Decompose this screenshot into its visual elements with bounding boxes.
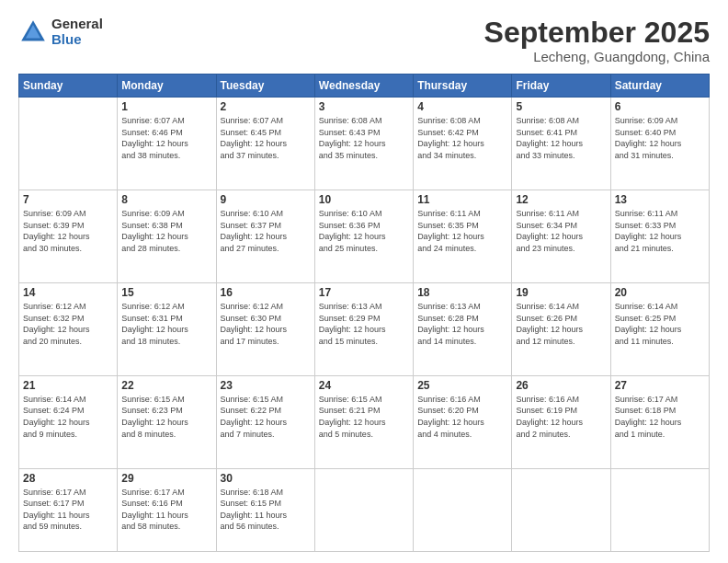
calendar-cell: 18Sunrise: 6:13 AM Sunset: 6:28 PM Dayli… (414, 282, 512, 375)
title-block: September 2025 Lecheng, Guangdong, China (484, 17, 710, 64)
day-number: 20 (615, 286, 705, 299)
calendar-cell: 16Sunrise: 6:12 AM Sunset: 6:30 PM Dayli… (216, 282, 314, 375)
day-number: 6 (615, 100, 705, 113)
logo-text: General Blue (51, 17, 103, 47)
calendar-cell: 20Sunrise: 6:14 AM Sunset: 6:25 PM Dayli… (610, 282, 709, 375)
calendar-cell (610, 468, 709, 551)
day-info: Sunrise: 6:17 AM Sunset: 6:17 PM Dayligh… (23, 487, 113, 533)
day-number: 30 (221, 472, 311, 485)
calendar-cell: 29Sunrise: 6:17 AM Sunset: 6:16 PM Dayli… (118, 468, 216, 551)
day-number: 24 (319, 379, 409, 392)
day-info: Sunrise: 6:08 AM Sunset: 6:43 PM Dayligh… (319, 115, 409, 161)
day-info: Sunrise: 6:08 AM Sunset: 6:42 PM Dayligh… (417, 115, 507, 161)
day-info: Sunrise: 6:12 AM Sunset: 6:32 PM Dayligh… (23, 301, 113, 347)
calendar-cell: 25Sunrise: 6:16 AM Sunset: 6:20 PM Dayli… (414, 375, 512, 468)
col-wednesday: Wednesday (314, 75, 413, 98)
day-info: Sunrise: 6:12 AM Sunset: 6:31 PM Dayligh… (121, 301, 211, 347)
day-number: 11 (417, 193, 507, 206)
calendar-cell: 24Sunrise: 6:15 AM Sunset: 6:21 PM Dayli… (314, 375, 413, 468)
logo-general: General (51, 17, 103, 32)
calendar-cell: 4Sunrise: 6:08 AM Sunset: 6:42 PM Daylig… (414, 98, 512, 190)
day-info: Sunrise: 6:09 AM Sunset: 6:40 PM Dayligh… (615, 115, 705, 161)
day-number: 15 (121, 286, 211, 299)
col-monday: Monday (118, 75, 216, 98)
logo: General Blue (18, 17, 103, 47)
calendar-cell: 9Sunrise: 6:10 AM Sunset: 6:37 PM Daylig… (216, 190, 314, 283)
logo-blue: Blue (51, 32, 103, 48)
col-friday: Friday (512, 75, 610, 98)
calendar-cell: 17Sunrise: 6:13 AM Sunset: 6:29 PM Dayli… (314, 282, 413, 375)
day-number: 18 (417, 286, 507, 299)
col-saturday: Saturday (610, 75, 709, 98)
day-info: Sunrise: 6:15 AM Sunset: 6:21 PM Dayligh… (319, 394, 409, 440)
calendar-cell: 22Sunrise: 6:15 AM Sunset: 6:23 PM Dayli… (118, 375, 216, 468)
day-number: 2 (221, 100, 311, 113)
day-number: 28 (23, 472, 113, 485)
day-info: Sunrise: 6:10 AM Sunset: 6:36 PM Dayligh… (319, 208, 409, 254)
calendar-cell (512, 468, 610, 551)
day-info: Sunrise: 6:16 AM Sunset: 6:19 PM Dayligh… (516, 394, 606, 440)
calendar-cell (19, 98, 118, 190)
calendar-week-4: 21Sunrise: 6:14 AM Sunset: 6:24 PM Dayli… (19, 375, 710, 468)
calendar-cell: 15Sunrise: 6:12 AM Sunset: 6:31 PM Dayli… (118, 282, 216, 375)
day-number: 13 (615, 193, 705, 206)
calendar-cell: 5Sunrise: 6:08 AM Sunset: 6:41 PM Daylig… (512, 98, 610, 190)
day-number: 9 (221, 193, 311, 206)
day-info: Sunrise: 6:07 AM Sunset: 6:46 PM Dayligh… (121, 115, 211, 161)
day-number: 19 (516, 286, 606, 299)
day-number: 1 (121, 100, 211, 113)
calendar-cell: 23Sunrise: 6:15 AM Sunset: 6:22 PM Dayli… (216, 375, 314, 468)
calendar-cell (414, 468, 512, 551)
col-sunday: Sunday (19, 75, 118, 98)
day-number: 8 (121, 193, 211, 206)
page: General Blue September 2025 Lecheng, Gua… (0, 0, 728, 563)
col-tuesday: Tuesday (216, 75, 314, 98)
day-info: Sunrise: 6:13 AM Sunset: 6:28 PM Dayligh… (417, 301, 507, 347)
day-number: 14 (23, 286, 113, 299)
day-info: Sunrise: 6:14 AM Sunset: 6:26 PM Dayligh… (516, 301, 606, 347)
day-number: 4 (417, 100, 507, 113)
day-number: 27 (615, 379, 705, 392)
logo-icon (18, 17, 48, 47)
calendar-cell: 27Sunrise: 6:17 AM Sunset: 6:18 PM Dayli… (610, 375, 709, 468)
day-info: Sunrise: 6:08 AM Sunset: 6:41 PM Dayligh… (516, 115, 606, 161)
day-info: Sunrise: 6:17 AM Sunset: 6:18 PM Dayligh… (615, 394, 705, 440)
day-info: Sunrise: 6:11 AM Sunset: 6:33 PM Dayligh… (615, 208, 705, 254)
calendar-cell: 11Sunrise: 6:11 AM Sunset: 6:35 PM Dayli… (414, 190, 512, 283)
day-info: Sunrise: 6:18 AM Sunset: 6:15 PM Dayligh… (221, 487, 311, 533)
header: General Blue September 2025 Lecheng, Gua… (18, 17, 710, 64)
calendar-cell: 28Sunrise: 6:17 AM Sunset: 6:17 PM Dayli… (19, 468, 118, 551)
day-number: 5 (516, 100, 606, 113)
day-info: Sunrise: 6:14 AM Sunset: 6:25 PM Dayligh… (615, 301, 705, 347)
day-number: 12 (516, 193, 606, 206)
calendar-title: September 2025 (484, 17, 710, 49)
col-thursday: Thursday (414, 75, 512, 98)
calendar-cell: 30Sunrise: 6:18 AM Sunset: 6:15 PM Dayli… (216, 468, 314, 551)
day-info: Sunrise: 6:13 AM Sunset: 6:29 PM Dayligh… (319, 301, 409, 347)
day-info: Sunrise: 6:12 AM Sunset: 6:30 PM Dayligh… (221, 301, 311, 347)
calendar-subtitle: Lecheng, Guangdong, China (484, 49, 710, 64)
calendar-week-1: 1Sunrise: 6:07 AM Sunset: 6:46 PM Daylig… (19, 98, 710, 190)
calendar-table: Sunday Monday Tuesday Wednesday Thursday… (18, 74, 710, 552)
calendar-week-5: 28Sunrise: 6:17 AM Sunset: 6:17 PM Dayli… (19, 468, 710, 551)
day-number: 16 (221, 286, 311, 299)
calendar-cell: 8Sunrise: 6:09 AM Sunset: 6:38 PM Daylig… (118, 190, 216, 283)
day-number: 22 (121, 379, 211, 392)
day-info: Sunrise: 6:14 AM Sunset: 6:24 PM Dayligh… (23, 394, 113, 440)
day-number: 25 (417, 379, 507, 392)
calendar-cell: 7Sunrise: 6:09 AM Sunset: 6:39 PM Daylig… (19, 190, 118, 283)
calendar-cell: 1Sunrise: 6:07 AM Sunset: 6:46 PM Daylig… (118, 98, 216, 190)
day-number: 29 (121, 472, 211, 485)
day-info: Sunrise: 6:15 AM Sunset: 6:22 PM Dayligh… (221, 394, 311, 440)
day-info: Sunrise: 6:15 AM Sunset: 6:23 PM Dayligh… (121, 394, 211, 440)
calendar-cell (314, 468, 413, 551)
calendar-cell: 3Sunrise: 6:08 AM Sunset: 6:43 PM Daylig… (314, 98, 413, 190)
calendar-cell: 12Sunrise: 6:11 AM Sunset: 6:34 PM Dayli… (512, 190, 610, 283)
header-row: Sunday Monday Tuesday Wednesday Thursday… (19, 75, 710, 98)
calendar-cell: 14Sunrise: 6:12 AM Sunset: 6:32 PM Dayli… (19, 282, 118, 375)
day-number: 26 (516, 379, 606, 392)
day-info: Sunrise: 6:09 AM Sunset: 6:38 PM Dayligh… (121, 208, 211, 254)
calendar-cell: 21Sunrise: 6:14 AM Sunset: 6:24 PM Dayli… (19, 375, 118, 468)
day-info: Sunrise: 6:07 AM Sunset: 6:45 PM Dayligh… (221, 115, 311, 161)
day-info: Sunrise: 6:11 AM Sunset: 6:34 PM Dayligh… (516, 208, 606, 254)
